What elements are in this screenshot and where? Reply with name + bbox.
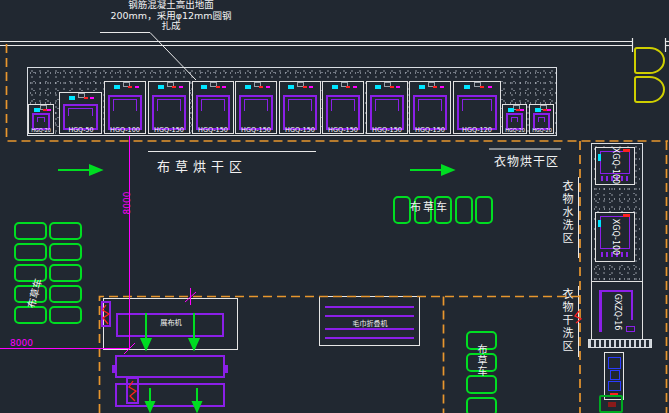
dryer-drum xyxy=(326,95,360,130)
folder-machine-2[interactable] xyxy=(115,383,225,407)
folder-machine-1[interactable] xyxy=(115,355,225,378)
linen-cart[interactable] xyxy=(14,222,47,240)
cart-label-middle: 布草车 xyxy=(410,198,449,214)
valve-cyan-icon xyxy=(464,85,470,89)
dryer-label: HGQ-120 xyxy=(462,127,492,133)
dryer-label: HGQ-20 xyxy=(31,128,51,133)
dryer-label: HGQ-20 xyxy=(505,128,525,133)
dryer-drum xyxy=(239,95,273,130)
valve-red-icon xyxy=(84,97,88,99)
dryer-machine[interactable]: HGQ-150 xyxy=(409,81,451,134)
valve-cyan-icon xyxy=(332,85,338,89)
valve-cyan-icon xyxy=(158,85,164,89)
dryer-label: HGQ-150 xyxy=(285,127,315,133)
door-leaf-icon xyxy=(634,47,665,74)
dryer-machine[interactable]: HGQ-50 xyxy=(59,92,102,134)
equipment-box[interactable] xyxy=(604,352,624,400)
valve-magenta-icon xyxy=(547,109,551,111)
dryer-machine[interactable]: HGQ-20 xyxy=(502,104,527,134)
dryer-machine[interactable]: HGQ-150 xyxy=(322,81,364,134)
wall-lines xyxy=(0,38,669,52)
dryer-machine[interactable]: HGQ-150 xyxy=(192,81,234,134)
linen-cart[interactable] xyxy=(475,196,493,224)
steam-connector-1[interactable] xyxy=(101,301,111,327)
dryer-machine[interactable]: HGQ-150 xyxy=(235,81,277,134)
towel-folder-room[interactable]: 毛巾折叠机 xyxy=(319,296,420,346)
linen-cart[interactable] xyxy=(393,196,411,224)
dryer-drum xyxy=(413,95,447,130)
towel-folder-label: 毛巾折叠机 xyxy=(352,318,387,328)
valve-cyan-icon xyxy=(114,85,120,89)
linen-cart[interactable] xyxy=(49,264,82,282)
valve-red-icon xyxy=(433,86,437,88)
washer-machine-2[interactable]: XGQ-100 xyxy=(595,212,635,262)
dryer-drum xyxy=(152,95,186,130)
dryer-label: HGQ-150 xyxy=(372,127,402,133)
valve-red-icon xyxy=(216,86,220,88)
valve-cyan-icon xyxy=(201,85,207,89)
washer-machine-1[interactable]: XGQ-100 xyxy=(595,147,635,185)
valve-cyan-icon xyxy=(419,85,425,89)
valve-magenta-icon xyxy=(440,86,444,88)
annotation-line-3: 扎成 xyxy=(86,21,256,32)
valve-red-icon xyxy=(346,86,350,88)
linen-cart[interactable] xyxy=(49,306,82,324)
washer-2-label: XGQ-100 xyxy=(611,219,620,255)
linen-cart[interactable] xyxy=(455,196,473,224)
linen-cart[interactable] xyxy=(14,243,47,261)
valve-magenta-icon xyxy=(135,86,139,88)
linen-cart[interactable] xyxy=(49,243,82,261)
linen-cart[interactable] xyxy=(14,306,47,324)
dryer-machine[interactable]: HGQ-120 xyxy=(453,81,501,134)
dryer-machine[interactable]: HGQ-150 xyxy=(148,81,190,134)
dry-cleaning-machine[interactable]: GXZQ-16 xyxy=(591,281,643,342)
dryer-drum xyxy=(283,95,317,130)
dimension-vertical-8000: 8000 xyxy=(122,181,132,225)
valve-cyan-icon xyxy=(375,85,381,89)
valve-magenta-icon xyxy=(520,109,524,111)
valve-magenta-icon xyxy=(222,86,226,88)
small-green-unit[interactable] xyxy=(599,395,623,413)
linen-cart[interactable] xyxy=(466,397,497,413)
ironer-label: 展布机 xyxy=(160,317,182,327)
linen-cart[interactable] xyxy=(49,285,82,303)
dryer-machine[interactable]: HGQ-100 xyxy=(104,81,146,134)
dryer-machine[interactable]: HGQ-20 xyxy=(529,104,554,134)
dryer-machine[interactable]: HGQ-150 xyxy=(366,81,408,134)
floor-grille xyxy=(588,339,652,348)
zone-label-linen-drying: 布草烘干区 xyxy=(157,156,247,175)
valve-red-icon xyxy=(390,86,394,88)
dryer-label: HGQ-150 xyxy=(198,127,228,133)
valve-red-icon xyxy=(259,86,263,88)
dry-cleaner-label: GXZQ-16 xyxy=(613,293,622,330)
linen-cart[interactable] xyxy=(49,222,82,240)
door-leaf-icon xyxy=(634,76,665,103)
valve-cyan-icon xyxy=(245,85,251,89)
valve-cyan-icon xyxy=(535,108,541,112)
valve-magenta-icon xyxy=(179,86,183,88)
cart-label-right: 布草车 xyxy=(474,344,489,377)
dryer-label: HGQ-20 xyxy=(532,128,552,133)
dryer-drum xyxy=(370,95,404,130)
dryer-drum xyxy=(196,95,230,130)
ironer-room[interactable]: 展布机 xyxy=(103,298,238,350)
valve-magenta-icon xyxy=(488,86,492,88)
valve-red-icon xyxy=(128,86,132,88)
cad-drawing-canvas[interactable]: 钢筋混凝土高出地面 200mm，采用φ12mm圆钢 扎成 布草烘干区 衣物烘干区… xyxy=(0,0,669,413)
annotation-line-1: 钢筋混凝土高出地面 xyxy=(86,0,256,11)
valve-magenta-icon xyxy=(353,86,357,88)
platform-annotation: 钢筋混凝土高出地面 200mm，采用φ12mm圆钢 扎成 xyxy=(86,0,256,32)
dryer-label: HGQ-150 xyxy=(415,127,445,133)
valve-cyan-icon xyxy=(288,85,294,89)
valve-red-icon xyxy=(480,86,484,88)
valve-red-icon xyxy=(303,86,307,88)
dryer-machine[interactable]: HGQ-20 xyxy=(28,104,54,134)
zone-label-dry-cleaning: 衣物干洗区 xyxy=(558,288,574,353)
valve-magenta-icon xyxy=(396,86,400,88)
dryer-label: HGQ-100 xyxy=(110,127,140,133)
valve-magenta-icon xyxy=(90,97,94,99)
valve-cyan-icon xyxy=(508,108,514,112)
linen-cart[interactable] xyxy=(466,375,497,394)
dryer-label: HGQ-50 xyxy=(68,127,93,133)
dryer-machine[interactable]: HGQ-150 xyxy=(279,81,321,134)
